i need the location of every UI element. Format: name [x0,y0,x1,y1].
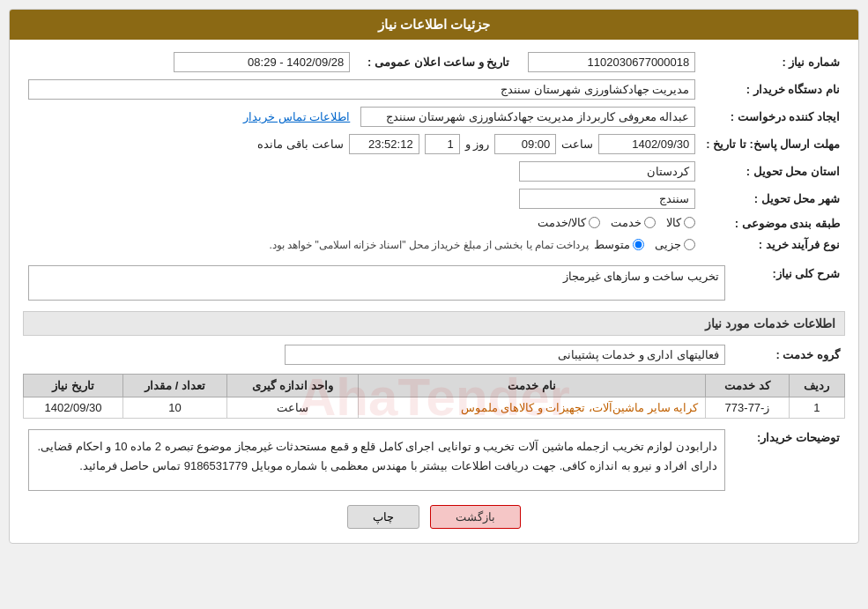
services-table-wrapper: AhaTender ردیف کد خدمت نام خدمت واحد اند… [23,374,845,419]
mohlat-date-value: 1402/09/30 [598,134,695,154]
cell-radif: 1 [789,397,844,419]
saat-label: ساعت [561,137,593,151]
farayand-note: پرداخت تمام یا بخشی از مبلغ خریداز محل "… [269,239,589,251]
roz-label: روز و [465,137,490,151]
mohlat-label: مهلت ارسال پاسخ: تا تاریخ : [701,130,845,158]
shomare-niaz-value: 1102030677000018 [528,52,695,72]
section2-title: اطلاعات خدمات مورد نیاز [23,311,845,336]
radio-kala-khadamat[interactable]: کالا/خدمت [538,216,601,229]
bazgasht-button[interactable]: بازگشت [430,505,521,529]
sharh-koli-value: تخریب ساخت و سازهای غیرمجاز [28,265,725,301]
mohlat-baghimande-value: 23:52:12 [349,134,419,154]
mohlat-saat-value: 09:00 [494,134,556,154]
page-title: جزئیات اطلاعات نیاز [10,10,858,40]
ostan-label: استان محل تحویل : [701,158,845,185]
services-table: ردیف کد خدمت نام خدمت واحد اندازه گیری ت… [23,374,845,419]
ostan-value: کردستان [519,161,695,182]
groh-khadamat-label: گروه خدمت : [731,341,845,368]
cell-tedad: 10 [122,397,226,419]
nam-dastgah-value: مدیریت جهادکشاورزی شهرستان سنندج [28,79,695,100]
cell-vahed: ساعت [227,397,359,419]
cell-nam: کرایه سایر ماشین‌آلات، تجهیزات و کالاهای… [358,397,705,419]
baghimande-label: ساعت باقی مانده [257,137,343,151]
col-radif: ردیف [789,375,844,397]
buttons-row: بازگشت چاپ [23,505,845,529]
farayand-kharid-label: نوع فرآیند خرید : [701,234,845,255]
shahr-label: شهر محل تحویل : [701,185,845,212]
shomare-niaz-label: شماره نیاز : [701,48,845,76]
table-row: 1 ز-77-773 کرایه سایر ماشین‌آلات، تجهیزا… [24,397,845,419]
chap-button[interactable]: چاپ [347,505,419,529]
mohlat-roz-value: 1 [425,134,460,154]
tarikh-saat-label: تاریخ و ساعت اعلان عمومی : [355,48,515,76]
col-vahed: واحد اندازه گیری [227,375,359,397]
tarikh-saat-value: 1402/09/28 - 08:29 [174,52,350,72]
nam-dastgah-label: نام دستگاه خریدار : [701,76,845,103]
col-kod: کد خدمت [706,375,789,397]
groh-khadamat-value: فعالیتهای اداری و خدمات پشتیبانی [285,345,725,365]
radio-kala[interactable]: کالا [666,216,695,229]
radio-khadamat[interactable]: خدمت [611,216,656,229]
etelaat-tamas-link[interactable]: اطلاعات تماس خریدار [243,110,350,123]
col-tarikh: تاریخ نیاز [24,375,123,397]
shahr-value: سنندج [519,189,695,209]
ijad-konnande-value: عبداله معروفی کاربرداز مدیریت جهادکشاورز… [360,107,695,127]
tabaqe-bandi-label: طبقه بندی موضوعی : [701,212,845,234]
ijad-konnande-label: ایجاد کننده درخواست : [701,103,845,130]
cell-tarikh: 1402/09/30 [24,397,123,419]
col-tedad: تعداد / مقدار [122,375,226,397]
radio-motavaset[interactable]: متوسط [594,238,644,251]
col-nam: نام خدمت [358,375,705,397]
radio-jozvi[interactable]: جزیی [655,238,695,251]
sharh-koli-label: شرح کلی نیاز: [731,262,845,304]
cell-kod: ز-77-773 [706,397,789,419]
description-value: دارابودن لوازم تخریب ازجمله ماشین آلات ت… [28,429,725,491]
description-label: توضیحات خریدار: [731,426,845,494]
